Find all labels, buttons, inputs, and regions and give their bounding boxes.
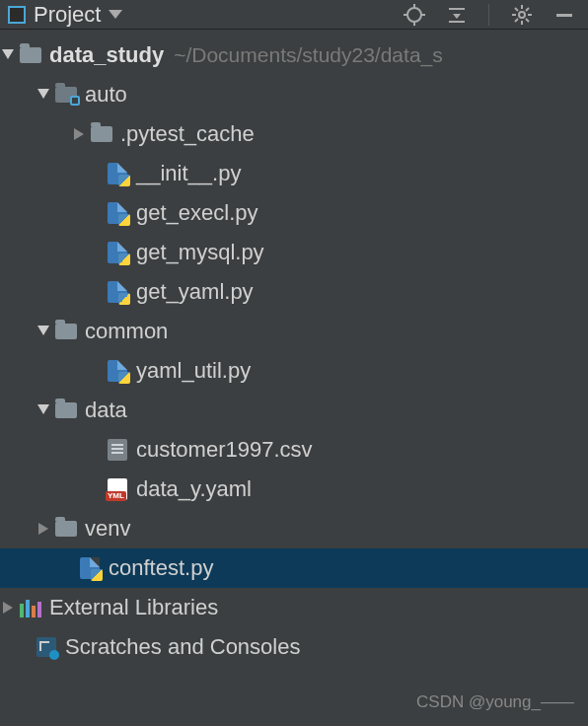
svg-point-1 xyxy=(407,8,421,22)
file-label: __init__.py xyxy=(136,153,241,194)
tree-root[interactable]: data_study ~/Documents/study23/data_s xyxy=(0,36,588,75)
folder-label: venv xyxy=(85,508,130,549)
tree-file[interactable]: __init__.py xyxy=(0,154,588,193)
file-label: get_mysql.py xyxy=(136,232,264,273)
locate-icon[interactable] xyxy=(404,4,425,26)
divider xyxy=(488,4,489,26)
project-title[interactable]: Project xyxy=(34,2,101,28)
tree-folder-venv[interactable]: venv xyxy=(0,509,588,548)
tree-external-libraries[interactable]: External Libraries xyxy=(0,588,588,627)
svg-marker-7 xyxy=(453,14,461,19)
tree-file[interactable]: YML data_y.yaml xyxy=(0,470,588,509)
svg-marker-21 xyxy=(74,128,84,140)
file-label: data_y.yaml xyxy=(136,469,252,510)
python-file-icon xyxy=(79,557,101,579)
folder-label: .pytest_cache xyxy=(120,113,255,155)
file-label: conftest.py xyxy=(109,547,213,589)
folder-icon xyxy=(20,44,41,66)
svg-marker-20 xyxy=(37,89,49,99)
watermark: CSDN @young_—— xyxy=(416,692,574,712)
tree-folder-pytest-cache[interactable]: .pytest_cache xyxy=(0,114,588,154)
collapse-icon[interactable] xyxy=(447,5,467,25)
folder-icon xyxy=(91,123,112,145)
tree-file[interactable]: get_execl.py xyxy=(0,193,588,233)
python-file-icon xyxy=(107,163,128,184)
file-label: yaml_util.py xyxy=(136,350,251,392)
project-tree[interactable]: data_study ~/Documents/study23/data_s au… xyxy=(0,30,588,667)
folder-label: data xyxy=(85,390,127,431)
chevron-down-icon[interactable] xyxy=(36,326,51,337)
svg-line-16 xyxy=(515,19,518,22)
dropdown-icon[interactable] xyxy=(109,6,122,24)
svg-line-17 xyxy=(526,8,529,11)
scratches-icon xyxy=(36,636,57,658)
svg-rect-18 xyxy=(556,14,572,17)
tree-file-selected[interactable]: conftest.py xyxy=(0,548,588,588)
project-icon xyxy=(8,6,26,24)
file-label: get_execl.py xyxy=(136,192,258,234)
svg-marker-25 xyxy=(3,602,13,614)
folder-icon xyxy=(55,399,77,421)
tree-folder-data[interactable]: data xyxy=(0,391,588,430)
tree-file[interactable]: customer1997.csv xyxy=(0,430,588,470)
tree-file[interactable]: get_mysql.py xyxy=(0,233,588,272)
svg-marker-22 xyxy=(37,326,49,335)
svg-point-9 xyxy=(519,12,525,18)
tree-file[interactable]: get_yaml.py xyxy=(0,272,588,312)
svg-marker-23 xyxy=(37,404,49,414)
chevron-right-icon[interactable] xyxy=(71,128,87,140)
python-file-icon xyxy=(107,360,128,382)
folder-label: Scratches and Consoles xyxy=(65,626,300,667)
yaml-file-icon: YML xyxy=(107,478,128,500)
csv-file-icon xyxy=(107,439,128,461)
tree-scratches[interactable]: Scratches and Consoles xyxy=(0,627,588,667)
folder-label: data_study xyxy=(49,35,164,76)
chevron-right-icon[interactable] xyxy=(36,523,51,535)
gear-icon[interactable] xyxy=(511,4,533,26)
file-label: get_yaml.py xyxy=(136,271,254,313)
folder-label: common xyxy=(85,311,168,352)
python-file-icon xyxy=(107,242,128,263)
svg-line-15 xyxy=(526,19,529,22)
folder-label: auto xyxy=(85,74,127,115)
file-label: customer1997.csv xyxy=(136,429,313,471)
svg-marker-24 xyxy=(38,523,48,535)
folder-icon xyxy=(55,321,77,342)
libraries-icon xyxy=(20,597,41,618)
tree-folder-auto[interactable]: auto xyxy=(0,75,588,114)
svg-marker-0 xyxy=(109,10,122,19)
folder-path: ~/Documents/study23/data_s xyxy=(174,36,443,75)
folder-icon xyxy=(55,518,77,540)
svg-line-14 xyxy=(515,8,518,11)
folder-label: External Libraries xyxy=(49,587,218,628)
tree-folder-common[interactable]: common xyxy=(0,312,588,351)
python-file-icon xyxy=(107,281,128,303)
chevron-down-icon[interactable] xyxy=(36,404,51,416)
chevron-right-icon[interactable] xyxy=(0,602,16,614)
hide-icon[interactable] xyxy=(554,5,574,25)
tool-window-header: Project xyxy=(0,0,588,30)
tree-file[interactable]: yaml_util.py xyxy=(0,351,588,391)
svg-marker-19 xyxy=(2,49,14,59)
chevron-down-icon[interactable] xyxy=(36,89,51,101)
chevron-down-icon[interactable] xyxy=(0,49,16,61)
folder-icon xyxy=(55,84,77,106)
python-file-icon xyxy=(107,202,128,224)
